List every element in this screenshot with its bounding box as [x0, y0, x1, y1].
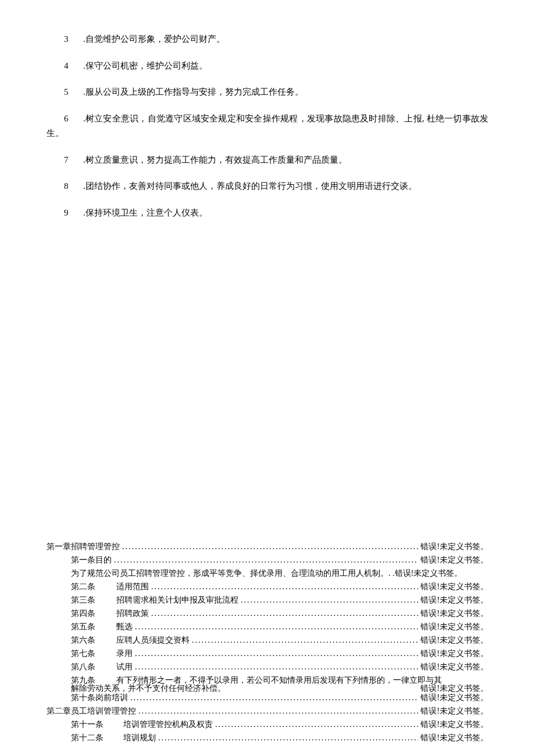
- toc-lead: 第九条: [71, 676, 116, 685]
- toc-page-ref: 错误!未定义书签。: [420, 650, 488, 658]
- toc-leader-dots: [156, 734, 420, 742]
- toc-label: 有下列情形之一者，不得予以录用，若公司不知情录用后发现有下列情形的，一律立即与其: [116, 676, 442, 685]
- toc-item: 第四条 招聘政策 错误!未定义书签。: [47, 610, 488, 618]
- toc-chapter-heading: 第二章员工培训管理管控 错误!未定义书签。: [47, 707, 488, 715]
- toc-page-ref: 错误!未定义书签。: [420, 556, 488, 564]
- toc-label: 培训管理管控机构及权责: [123, 721, 213, 729]
- rule-number: 8: [64, 179, 83, 194]
- rule-number: 4: [64, 59, 83, 74]
- toc-label: 培训规划: [123, 734, 156, 742]
- toc-item: 第八条 试用 错误!未定义书签。: [47, 663, 488, 671]
- toc-page-ref: 错误!未定义书签。: [420, 623, 488, 631]
- toc-lead: 第八条: [71, 663, 116, 671]
- rule-text: .自觉维护公司形象，爱护公司财产。: [83, 34, 225, 44]
- toc-label-cont: 解除劳动关系，并不予支付任何经济补偿。: [71, 685, 226, 693]
- document-page: 3.自觉维护公司形象，爱护公司财产。 4.保守公司机密，维护公司利益。 5.服从…: [0, 0, 535, 756]
- toc-item: 第三条 招聘需求相关计划申报及审批流程 错误!未定义书签。: [47, 596, 488, 604]
- rule-number: 7: [64, 153, 83, 168]
- rule-number: 9: [64, 206, 83, 221]
- toc-page-ref: 错误!未定义书签。: [420, 694, 488, 702]
- toc-label: 应聘人员须提交资料: [116, 636, 190, 644]
- toc-leader-dots: [120, 543, 420, 551]
- toc-item: 第十二条 培训规划 错误!未定义书签。: [47, 734, 488, 742]
- toc-lead: 第十条岗前培训: [71, 694, 128, 702]
- toc-lead: 第六条: [71, 636, 116, 644]
- rule-text: .树立安全意识，自觉遵守区域安全规定和安全操作规程，发现事故隐患及时排除、上报,…: [47, 114, 488, 138]
- toc-lead: 第十二条: [71, 734, 123, 742]
- rule-item: 8.团结协作，友善对待同事或他人，养成良好的日常行为习惯，使用文明用语进行交谈。: [47, 179, 488, 194]
- toc-page-ref: 错误!未定义书签。: [420, 685, 488, 693]
- toc-item-multiline: 第九条 有下列情形之一者，不得予以录用，若公司不知情录用后发现有下列情形的，一律…: [47, 676, 488, 693]
- toc-item: 第十一条 培训管理管控机构及权责 错误!未定义书签。: [47, 721, 488, 729]
- table-of-contents: 第一章招聘管理管控 错误!未定义书签。 第一条目的 错误!未定义书签。 为了规范…: [47, 543, 488, 742]
- toc-label: 适用范围: [116, 583, 149, 591]
- toc-leader-dots: [238, 596, 420, 604]
- toc-leader-dots: [112, 556, 420, 564]
- toc-lead: 第七条: [71, 650, 116, 658]
- toc-leader-dots: [128, 694, 420, 702]
- toc-lead: 第五条: [71, 623, 116, 631]
- rule-item: 3.自觉维护公司形象，爱护公司财产。: [47, 32, 488, 47]
- toc-lead: 第一条目的: [71, 556, 112, 564]
- toc-leader-dots: [213, 721, 420, 729]
- toc-label: 招聘需求相关计划申报及审批流程: [116, 596, 238, 604]
- toc-page-ref: 错误!未定义书签。: [420, 583, 488, 591]
- toc-lead: 第十一条: [71, 721, 123, 729]
- rule-text: .团结协作，友善对待同事或他人，养成良好的日常行为习惯，使用文明用语进行交谈。: [83, 181, 417, 191]
- rule-number: 3: [64, 32, 83, 47]
- toc-page-ref: 错误!未定义书签。: [395, 569, 463, 578]
- toc-label: 为了规范公司员工招聘管理管控，形成平等竞争、择优录用、合理流动的用工用人机制。.…: [71, 569, 395, 578]
- toc-label: 甄选: [116, 623, 133, 631]
- toc-label: 招聘政策: [116, 610, 149, 618]
- toc-page-ref: 错误!未定义书签。: [420, 707, 488, 715]
- toc-leader-dots: [190, 636, 420, 644]
- toc-item: 第十条岗前培训 错误!未定义书签。: [47, 694, 488, 702]
- toc-leader-dots: [149, 583, 420, 591]
- toc-page-ref: 错误!未定义书签。: [420, 663, 488, 671]
- rule-text: .保持环境卫生，注意个人仪表。: [83, 208, 208, 217]
- rule-item: 9.保持环境卫生，注意个人仪表。: [47, 206, 488, 221]
- rules-list: 3.自觉维护公司形象，爱护公司财产。 4.保守公司机密，维护公司利益。 5.服从…: [47, 32, 488, 220]
- toc-leader-dots: [149, 610, 420, 618]
- rule-item: 6.树立安全意识，自觉遵守区域安全规定和安全操作规程，发现事故隐患及时排除、上报…: [47, 112, 488, 141]
- toc-lead: 第三条: [71, 596, 116, 604]
- toc-item: 为了规范公司员工招聘管理管控，形成平等竞争、择优录用、合理流动的用工用人机制。.…: [47, 569, 488, 578]
- toc-page-ref: 错误!未定义书签。: [420, 610, 488, 618]
- toc-chapter-heading: 第一章招聘管理管控 错误!未定义书签。: [47, 543, 488, 551]
- toc-leader-dots: [133, 663, 420, 671]
- toc-item: 第五条 甄选 错误!未定义书签。: [47, 623, 488, 631]
- toc-label: 试用: [116, 663, 133, 671]
- rule-item: 7.树立质量意识，努力提高工作能力，有效提高工作质量和产品质量。: [47, 153, 488, 168]
- toc-item: 第六条 应聘人员须提交资料 错误!未定义书签。: [47, 636, 488, 644]
- toc-item: 第一条目的 错误!未定义书签。: [47, 556, 488, 564]
- toc-leader-dots: [136, 707, 420, 715]
- toc-item: 第七条 录用 错误!未定义书签。: [47, 650, 488, 658]
- rule-item: 5.服从公司及上级的工作指导与安排，努力完成工作任务。: [47, 85, 488, 100]
- toc-leader-dots: [133, 623, 420, 631]
- toc-item: 第二条 适用范围 错误!未定义书签。: [47, 583, 488, 591]
- toc-page-ref: 错误!未定义书签。: [420, 543, 488, 551]
- toc-label: 第一章招聘管理管控: [47, 543, 120, 551]
- toc-page-ref: 错误!未定义书签。: [420, 721, 488, 729]
- toc-label: 第二章员工培训管理管控: [47, 707, 136, 715]
- toc-page-ref: 错误!未定义书签。: [420, 734, 488, 742]
- rule-text: .服从公司及上级的工作指导与安排，努力完成工作任务。: [83, 87, 304, 96]
- toc-page-ref: 错误!未定义书签。: [420, 636, 488, 644]
- toc-leader-dots: [133, 650, 420, 658]
- rule-item: 4.保守公司机密，维护公司利益。: [47, 59, 488, 74]
- toc-lead: 第二条: [71, 583, 116, 591]
- rule-text: .保守公司机密，维护公司利益。: [83, 61, 208, 70]
- rule-number: 6: [64, 112, 83, 127]
- toc-page-ref: 错误!未定义书签。: [420, 596, 488, 604]
- rule-text: .树立质量意识，努力提高工作能力，有效提高工作质量和产品质量。: [83, 155, 347, 164]
- toc-label: 录用: [116, 650, 133, 658]
- rule-number: 5: [64, 85, 83, 100]
- toc-lead: 第四条: [71, 610, 116, 618]
